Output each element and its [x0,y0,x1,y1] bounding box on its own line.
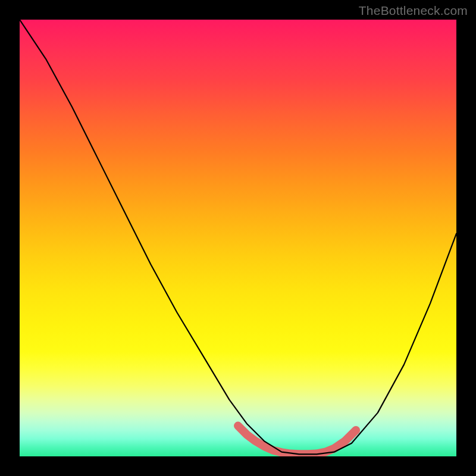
watermark-text: TheBottleneck.com [359,4,468,18]
plot-area [20,20,456,456]
curve-layer [20,20,456,456]
main-curve [20,20,456,454]
chart-frame: TheBottleneck.com [0,0,476,476]
